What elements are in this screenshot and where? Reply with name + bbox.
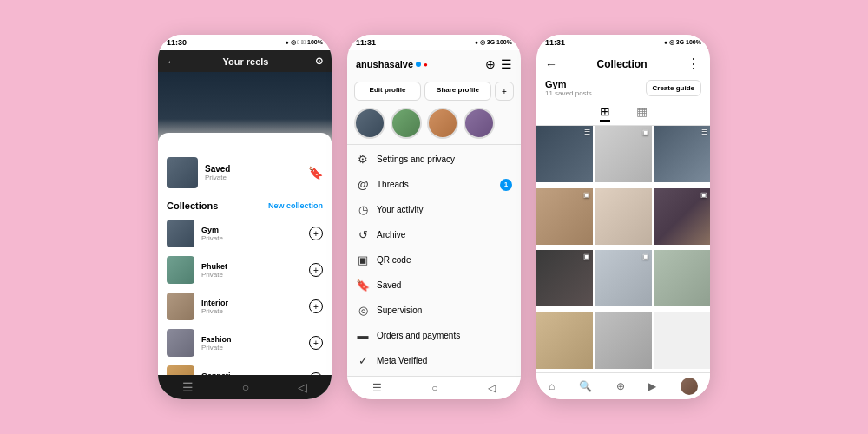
threads-icon: @ [356, 178, 370, 191]
menu-label: Your activity [377, 205, 512, 214]
status-bar-3: 11:31 ● ◎ 3G 100% [536, 35, 710, 50]
menu-list: ⚙ Settings and privacy @ Threads 1 ◷ You… [347, 147, 521, 376]
nav-profile-icon[interactable] [681, 378, 698, 395]
menu-item-orders[interactable]: ▬ Orders and payments [347, 323, 521, 348]
photo-cell[interactable]: ☰ [654, 126, 710, 182]
create-guide-button[interactable]: Create guide [646, 80, 701, 96]
collection-thumb-fashion [167, 329, 194, 357]
list-item[interactable]: Interior Private + [158, 288, 332, 325]
photo-cell[interactable]: ▣ [536, 250, 593, 306]
menu-label: Saved [377, 280, 512, 290]
camera-icon[interactable]: ⊙ [315, 56, 323, 67]
photo-cell[interactable]: ☰ [536, 126, 593, 182]
status-bar-2: 11:31 ● ◎ 3G 100% [347, 35, 521, 50]
nav-back-icon[interactable]: ◁ [298, 380, 307, 394]
menu-icon[interactable]: ☰ [501, 57, 512, 71]
photo-cell[interactable] [654, 250, 710, 306]
add-collection-icon[interactable]: + [309, 263, 323, 277]
photo-cell[interactable]: ▣ [536, 188, 593, 245]
photo-overlay-icon: ▣ [583, 191, 590, 199]
verified-badge [416, 62, 421, 67]
list-item[interactable]: Ganpati Private + [158, 361, 332, 375]
menu-item-saved[interactable]: 🔖 Saved [347, 273, 521, 298]
story-4[interactable] [464, 108, 495, 139]
photo-grid: ☰ ▣ ☰ ▣ ▣ ▣ ▣ [536, 126, 710, 372]
nav-home-icon[interactable]: ○ [431, 382, 437, 394]
back-button[interactable]: ← [545, 57, 557, 71]
nav-menu-icon[interactable]: ☰ [182, 380, 194, 394]
list-item[interactable]: Gym Private + [158, 215, 332, 252]
photo-cell[interactable] [595, 312, 651, 369]
nav-reels-icon[interactable]: ▶ [648, 380, 656, 392]
calendar-view-icon[interactable]: ▦ [636, 104, 648, 122]
username: anushasaive ● [356, 59, 428, 69]
profile-actions: Edit profile Share profile + [347, 78, 521, 104]
new-collection-button[interactable]: New collection [268, 201, 323, 210]
story-2[interactable] [391, 108, 422, 139]
nav-back-icon[interactable]: ◁ [488, 382, 496, 394]
threads-badge: 1 [500, 179, 512, 191]
live-dot: ● [424, 61, 428, 69]
add-profile-button[interactable]: + [495, 82, 514, 101]
list-item[interactable]: Phuket Private + [158, 252, 332, 288]
username-row: anushasaive ● ⊕ ☰ [356, 56, 512, 73]
menu-item-activity[interactable]: ◷ Your activity [347, 197, 521, 222]
saved-info: Saved Private [205, 164, 301, 181]
menu-item-qr[interactable]: ▣ QR code [347, 247, 521, 273]
photo-cell[interactable] [536, 312, 593, 369]
share-profile-button[interactable]: Share profile [424, 82, 491, 101]
menu-label: Threads [377, 180, 493, 189]
story-3[interactable] [427, 108, 458, 139]
collection-info: Interior Private [201, 299, 302, 315]
collection-thumb-ganpati [167, 365, 194, 375]
nav-home-icon[interactable]: ⌂ [549, 380, 555, 392]
view-toggle: ⊞ ▦ [536, 101, 710, 126]
photo-cell[interactable]: ▣ [595, 126, 651, 182]
add-collection-icon[interactable]: + [309, 227, 323, 240]
photo-cell[interactable]: ▣ [595, 250, 651, 306]
menu-item-close-friends[interactable]: ★ Close Friends [347, 373, 521, 376]
time-2: 11:31 [356, 38, 376, 47]
back-icon[interactable]: ← [167, 56, 176, 67]
photo-cell[interactable]: ▣ [654, 188, 710, 245]
add-collection-icon[interactable]: + [309, 299, 323, 313]
bookmark-icon[interactable]: 🔖 [308, 166, 323, 180]
add-collection-icon[interactable]: + [309, 336, 323, 350]
list-item[interactable]: Fashion Private + [158, 325, 332, 361]
menu-item-meta[interactable]: ✓ Meta Verified [347, 348, 521, 373]
phone-reels: 11:30 ● ◎ ᷊ ᷊ᷪ 100% ← Your reels ⊙ Saved… [158, 35, 332, 399]
saved-count: 11 saved posts [545, 89, 592, 97]
menu-item-threads[interactable]: @ Threads 1 [347, 172, 521, 197]
collection-info: Fashion Private [201, 335, 302, 352]
reels-background [158, 72, 332, 150]
menu-label: Archive [377, 230, 512, 240]
profile-header: anushasaive ● ⊕ ☰ [347, 50, 521, 78]
collection-thumb-interior [167, 293, 194, 320]
more-options-icon[interactable]: ⋮ [687, 56, 701, 72]
photo-cell[interactable] [595, 188, 651, 245]
add-post-icon[interactable]: ⊕ [485, 57, 496, 71]
nav-search-icon[interactable]: 🔍 [579, 380, 592, 392]
menu-divider [347, 144, 521, 145]
page-title: Collection [596, 58, 647, 70]
photo-overlay-icon: ▣ [642, 253, 649, 260]
supervision-icon: ◎ [356, 304, 370, 317]
story-1[interactable] [354, 108, 385, 139]
reels-header: ← Your reels ⊙ [158, 50, 332, 72]
saved-title: Saved [205, 164, 301, 174]
collection-thumb-gym [167, 220, 194, 247]
nav-add-icon[interactable]: ⊕ [616, 380, 625, 392]
nav-home-icon[interactable]: ○ [242, 380, 249, 394]
time-3: 11:31 [545, 38, 565, 47]
nav-menu-icon[interactable]: ☰ [372, 382, 382, 394]
collection-meta: Gym 11 saved posts [545, 79, 592, 97]
activity-icon: ◷ [356, 203, 370, 216]
menu-item-supervision[interactable]: ◎ Supervision [347, 298, 521, 323]
edit-profile-button[interactable]: Edit profile [354, 82, 421, 101]
menu-item-settings[interactable]: ⚙ Settings and privacy [347, 147, 521, 172]
menu-item-archive[interactable]: ↺ Archive [347, 222, 521, 247]
status-bar-1: 11:30 ● ◎ ᷊ ᷊ᷪ 100% [158, 35, 332, 50]
grid-view-icon[interactable]: ⊞ [600, 104, 610, 122]
phone-collection: 11:31 ● ◎ 3G 100% ← Collection ⋮ Gym 11 … [536, 35, 710, 399]
collection-info-row: Gym 11 saved posts Create guide [536, 77, 710, 101]
